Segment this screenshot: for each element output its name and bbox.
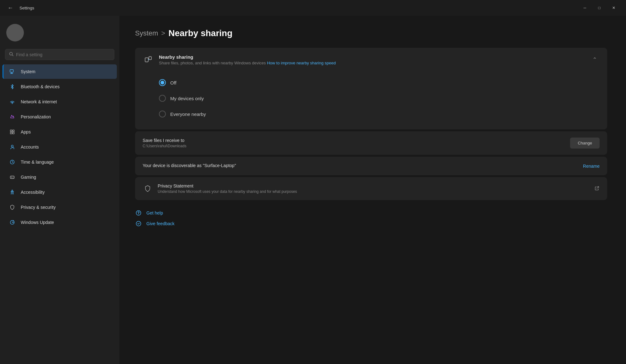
- profile-section: [0, 19, 119, 49]
- close-button[interactable]: ✕: [607, 3, 621, 13]
- nearby-sharing-header: Nearby sharing Share files, photos, and …: [135, 48, 607, 72]
- breadcrumb-current: Nearby sharing: [168, 28, 232, 38]
- time-icon: [9, 159, 16, 166]
- breadcrumb-parent[interactable]: System: [135, 29, 158, 37]
- radio-everyone-label: Everyone nearby: [170, 111, 206, 117]
- search-icon: [9, 52, 14, 57]
- accounts-icon: [9, 144, 16, 150]
- svg-rect-7: [10, 132, 12, 134]
- save-files-left: Save files I receive to C:\Users\rahul\D…: [143, 138, 186, 148]
- sidebar-item-personalization[interactable]: Personalization: [3, 110, 117, 124]
- app-title: Settings: [19, 6, 34, 10]
- privacy-card-row: Privacy Statement Understand how Microso…: [135, 177, 607, 200]
- network-icon: [9, 98, 16, 105]
- svg-point-18: [147, 62, 147, 62]
- titlebar-left: ← Settings: [5, 3, 34, 13]
- radio-my-devices[interactable]: [159, 95, 166, 102]
- footer-links: Get help Give feedback: [135, 209, 607, 227]
- radio-everyone[interactable]: [159, 111, 166, 117]
- sidebar-item-label-apps: Apps: [21, 129, 31, 134]
- svg-rect-4: [10, 73, 13, 73]
- nearby-sharing-link[interactable]: How to improve nearby sharing speed: [267, 61, 336, 65]
- save-files-title: Save files I receive to: [143, 138, 186, 143]
- svg-rect-2: [10, 70, 14, 72]
- svg-rect-17: [149, 57, 151, 60]
- discoverable-row: Your device is discoverable as "Surface-…: [135, 157, 607, 175]
- privacy-statement-icon: [143, 184, 153, 194]
- bluetooth-icon: [9, 83, 16, 90]
- sidebar: System Bluetooth & devices: [0, 16, 119, 364]
- maximize-button[interactable]: □: [592, 3, 607, 13]
- radio-option-everyone[interactable]: Everyone nearby: [159, 106, 600, 122]
- breadcrumb-separator: >: [161, 29, 165, 37]
- privacy-statement-card[interactable]: Privacy Statement Understand how Microso…: [135, 177, 607, 200]
- search-box[interactable]: [5, 49, 114, 60]
- privacy-statement-title: Privacy Statement: [158, 183, 297, 188]
- sidebar-item-accessibility[interactable]: Accessibility: [3, 185, 117, 199]
- radio-option-my-devices[interactable]: My devices only: [159, 90, 600, 106]
- nearby-sharing-text: Nearby sharing Share files, photos, and …: [159, 54, 336, 65]
- sidebar-item-label-gaming: Gaming: [21, 175, 36, 180]
- privacy-icon: [9, 204, 16, 211]
- privacy-card-left: Privacy Statement Understand how Microso…: [143, 183, 297, 194]
- windows-update-icon: [9, 219, 16, 226]
- gaming-icon: [9, 174, 16, 181]
- sidebar-item-privacy[interactable]: Privacy & security: [3, 200, 117, 215]
- nearby-sharing-icon: [143, 54, 154, 65]
- privacy-statement-desc: Understand how Microsoft uses your data …: [158, 189, 297, 194]
- rename-link[interactable]: Rename: [583, 164, 600, 169]
- svg-rect-8: [13, 132, 14, 134]
- give-feedback-link[interactable]: Give feedback: [135, 220, 607, 227]
- sidebar-item-accounts[interactable]: Accounts: [3, 140, 117, 154]
- sidebar-item-bluetooth[interactable]: Bluetooth & devices: [3, 79, 117, 94]
- external-link-icon: [595, 186, 600, 192]
- main-content: System > Nearby sharing N: [119, 16, 626, 364]
- minimize-button[interactable]: ─: [578, 3, 592, 13]
- sidebar-item-label-windows-update: Windows Update: [21, 220, 54, 225]
- nearby-sharing-collapse-button[interactable]: ⌃: [590, 55, 600, 64]
- sidebar-item-system[interactable]: System: [3, 64, 117, 79]
- apps-icon: [9, 128, 16, 135]
- back-button[interactable]: ←: [5, 3, 16, 13]
- change-button[interactable]: Change: [570, 138, 600, 149]
- discoverable-card: Your device is discoverable as "Surface-…: [135, 157, 607, 175]
- sidebar-item-time[interactable]: Time & language: [3, 155, 117, 169]
- nav-list: System Bluetooth & devices: [0, 64, 119, 230]
- sidebar-item-label-bluetooth: Bluetooth & devices: [21, 84, 60, 89]
- get-help-link[interactable]: Get help: [135, 209, 607, 216]
- get-help-label: Get help: [146, 210, 163, 215]
- svg-rect-11: [10, 176, 14, 178]
- svg-point-9: [11, 145, 13, 147]
- nearby-sharing-title: Nearby sharing: [159, 54, 336, 60]
- svg-rect-3: [11, 73, 13, 73]
- system-icon: [9, 68, 16, 75]
- svg-rect-6: [13, 130, 14, 132]
- sidebar-item-windows-update[interactable]: Windows Update: [3, 215, 117, 230]
- app-body: System Bluetooth & devices: [0, 16, 626, 364]
- svg-point-13: [13, 177, 14, 177]
- nearby-sharing-header-left: Nearby sharing Share files, photos, and …: [143, 54, 336, 65]
- save-files-row: Save files I receive to C:\Users\rahul\D…: [135, 131, 607, 155]
- search-input[interactable]: [16, 52, 110, 57]
- nearby-sharing-options: Off My devices only Everyone nearby: [135, 72, 607, 129]
- radio-option-off[interactable]: Off: [159, 75, 600, 90]
- sidebar-item-network[interactable]: Network & internet: [3, 95, 117, 109]
- sidebar-item-label-system: System: [21, 69, 35, 74]
- sidebar-item-apps[interactable]: Apps: [3, 125, 117, 139]
- window-controls: ─ □ ✕: [578, 3, 621, 13]
- sidebar-item-gaming[interactable]: Gaming: [3, 170, 117, 184]
- sidebar-item-label-time: Time & language: [21, 160, 54, 165]
- give-feedback-icon: [135, 220, 142, 227]
- nearby-sharing-card: Nearby sharing Share files, photos, and …: [135, 48, 607, 129]
- sidebar-item-label-accessibility: Accessibility: [21, 190, 45, 195]
- discoverable-text: Your device is discoverable as "Surface-…: [143, 163, 236, 168]
- radio-off[interactable]: [159, 79, 166, 86]
- get-help-icon: [135, 209, 142, 216]
- svg-point-14: [12, 190, 13, 191]
- sidebar-item-label-accounts: Accounts: [21, 144, 39, 149]
- save-files-path: C:\Users\rahul\Downloads: [143, 144, 186, 148]
- titlebar: ← Settings ─ □ ✕: [0, 0, 626, 16]
- privacy-statement-text: Privacy Statement Understand how Microso…: [158, 183, 297, 194]
- sidebar-item-label-privacy: Privacy & security: [21, 205, 56, 210]
- breadcrumb: System > Nearby sharing: [135, 28, 607, 38]
